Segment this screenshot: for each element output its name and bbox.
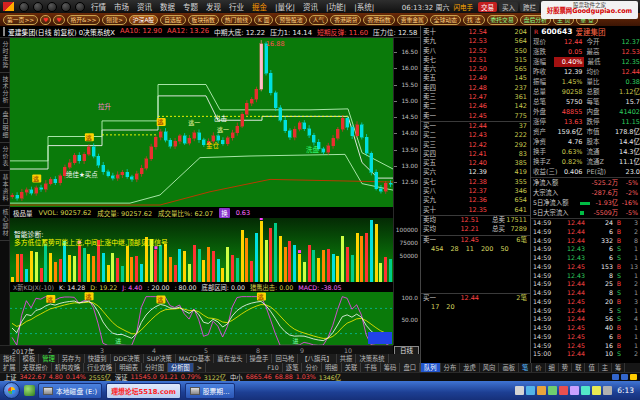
tab-DDE决策[interactable]: DDE决策 (111, 354, 144, 363)
menu-item[interactable]: 发现 (202, 1, 225, 12)
toolbar-pill[interactable]: 沪深A股 (129, 15, 158, 25)
order-book-row[interactable]: 卖七12.51315 (421, 56, 530, 65)
right-tab-画板[interactable]: 画板 (499, 363, 519, 372)
tab-另存为[interactable]: 另存为 (59, 354, 85, 363)
order-book-row[interactable]: 卖五12.49145 (421, 74, 530, 83)
tray-icon[interactable] (570, 386, 579, 395)
tab-千档[interactable]: 千档 (361, 363, 381, 372)
order-book-row[interactable]: 卖四12.48237 (421, 84, 530, 93)
trade-button[interactable]: 交易 (478, 2, 497, 12)
tab-SUP决策[interactable]: SUP决策 (144, 354, 176, 363)
toolbar-pill[interactable]: K 面 (254, 15, 273, 25)
left-tab-技术分析[interactable]: 技术分析 (0, 73, 10, 108)
window-button-icon[interactable] (47, 2, 57, 12)
left-tab-盘口明细[interactable]: 盘口明细 (0, 108, 10, 143)
tray-icon[interactable] (526, 386, 535, 395)
task-button[interactable]: 股票期... (185, 383, 235, 399)
tab-筹码[interactable]: 筹码 (381, 363, 401, 372)
volume-chart[interactable] (10, 218, 393, 282)
menu-item[interactable]: 行业 (225, 1, 248, 12)
window-button-icon[interactable] (61, 2, 71, 12)
toolbar-pill[interactable]: 第一页>> (3, 15, 38, 25)
order-book-row[interactable]: 买六12.39419 (421, 168, 530, 177)
panel-button-icon[interactable] (612, 374, 619, 380)
right-tab-势[interactable]: 势 (559, 363, 572, 372)
order-book-row[interactable]: 卖二12.46142 (421, 102, 530, 111)
tab-分价[interactable]: 分价 (302, 363, 322, 372)
tab-明细[interactable]: 明细 (322, 363, 342, 372)
tab-明细表[interactable]: 明细表 (116, 363, 142, 372)
favorite-heart-button[interactable]: ♥ (53, 15, 64, 25)
menu-item[interactable]: 资讯 (299, 1, 322, 12)
kline-chart[interactable]: 逃逃逃逃一逃一拉升绝佳★买点金仓出击洗盘16.8812.22 (10, 38, 393, 207)
menu-item[interactable]: |量化| (271, 1, 299, 12)
right-tab-笔[interactable]: 笔 (519, 363, 532, 372)
right-tab-分布[interactable]: 分布 (441, 363, 461, 372)
right-tab-风向[interactable]: 风向 (480, 363, 500, 372)
window-button-icon[interactable] (19, 2, 29, 12)
order-book-row[interactable]: 卖六12.50565 (421, 65, 530, 74)
order-book-row[interactable]: 买四12.4183 (421, 150, 530, 159)
tray-icon[interactable] (537, 386, 546, 395)
menu-item[interactable]: 资讯 (133, 1, 156, 12)
tab-操盘手[interactable]: 操盘手 (247, 354, 273, 363)
task-button[interactable]: 本地磁盘 (E:) (38, 383, 102, 399)
tray-icon[interactable] (581, 386, 590, 395)
toolbar-pill[interactable]: 香港期货 (330, 15, 361, 25)
quick-launch-icon[interactable] (24, 385, 35, 396)
left-tab-分价表[interactable]: 分价表 (0, 143, 10, 171)
menu-item[interactable]: 掘金 (248, 1, 271, 12)
tab-分时图[interactable]: 分时图 (142, 363, 168, 372)
toolbar-pill[interactable]: 香港指数 (363, 15, 394, 25)
order-book-row[interactable]: 卖三12.47361 (421, 93, 530, 102)
tab-分析图[interactable]: 分析图 (168, 363, 194, 372)
tab-模板[interactable]: 模板 (20, 354, 40, 363)
right-tab-队列[interactable]: 队列 (421, 363, 441, 372)
menu-item[interactable]: 数据 (156, 1, 179, 12)
right-tab-联[interactable]: 联 (572, 363, 585, 372)
menu-item[interactable]: |系统| (350, 1, 378, 12)
order-book-row[interactable]: 买二12.43222 (421, 131, 530, 140)
start-button[interactable] (3, 382, 20, 399)
left-tab-分时走势[interactable]: 分时走势 (0, 38, 10, 73)
toolbar-pill[interactable]: 板块指数 (188, 15, 219, 25)
dark-button[interactable]: 买入 (499, 2, 518, 12)
order-book-row[interactable]: 买九12.36654 (421, 196, 530, 205)
right-tab-细[interactable]: 细 (546, 363, 559, 372)
toolbar-pill[interactable]: 自选股 (160, 15, 185, 25)
tray-icon[interactable] (603, 386, 612, 395)
toolbar-pill[interactable]: 全球动态 (430, 15, 461, 25)
favorite-heart-button[interactable]: ♥ (40, 15, 51, 25)
tab-F10[interactable]: F10 (264, 363, 283, 372)
tab-关联报价[interactable]: 关联报价 (20, 363, 52, 372)
left-tab-基本资料[interactable]: 基本资料 (0, 171, 10, 206)
menu-item[interactable]: 市场 (110, 1, 133, 12)
tab-关联[interactable]: 关联 (342, 363, 362, 372)
order-book-row[interactable]: 买八12.37346 (421, 187, 530, 196)
order-book-row[interactable]: 买一12.4437 (421, 122, 530, 131)
order-book-row[interactable]: 买七12.38355 (421, 178, 530, 187)
toolbar-pill[interactable]: 格开&>> (67, 15, 101, 25)
tab-MACD基本[interactable]: MACD基本 (176, 354, 214, 363)
toolbar-pill[interactable]: 委托交易 (487, 15, 518, 25)
toolbar-pill[interactable]: 人气 (309, 15, 329, 25)
tab-行业攻略[interactable]: 行业攻略 (84, 363, 116, 372)
order-book-row[interactable]: 买三12.42292 (421, 141, 530, 150)
tab-逐笔[interactable]: 逐笔 (283, 363, 303, 372)
panel-button-icon[interactable] (621, 374, 628, 380)
tray-icon[interactable] (559, 386, 568, 395)
tab-回马枪[interactable]: 回马枪 (272, 354, 298, 363)
tab-管理[interactable]: 管理 (39, 354, 59, 363)
tab-决策系统[interactable]: 决策系统 (356, 354, 388, 363)
toolbar-pill[interactable]: 贵重金属 (397, 15, 428, 25)
tab-指标[interactable]: 指标 (0, 354, 20, 363)
right-tab-龙虎[interactable]: 龙虎 (460, 363, 480, 372)
tray-icon[interactable] (548, 386, 557, 395)
tab-扩展[interactable]: 扩展 (0, 363, 20, 372)
menu-item[interactable]: 行情 (87, 1, 110, 12)
toolbar-pill[interactable]: 预警股池 (275, 15, 306, 25)
window-button-icon[interactable] (33, 2, 43, 12)
tab-【八旗兵】[interactable]: 【八旗兵】 (298, 354, 336, 363)
tab-赢在龙头[interactable]: 赢在龙头 (214, 354, 246, 363)
toolbar-pill[interactable]: 热门前线 (221, 15, 252, 25)
